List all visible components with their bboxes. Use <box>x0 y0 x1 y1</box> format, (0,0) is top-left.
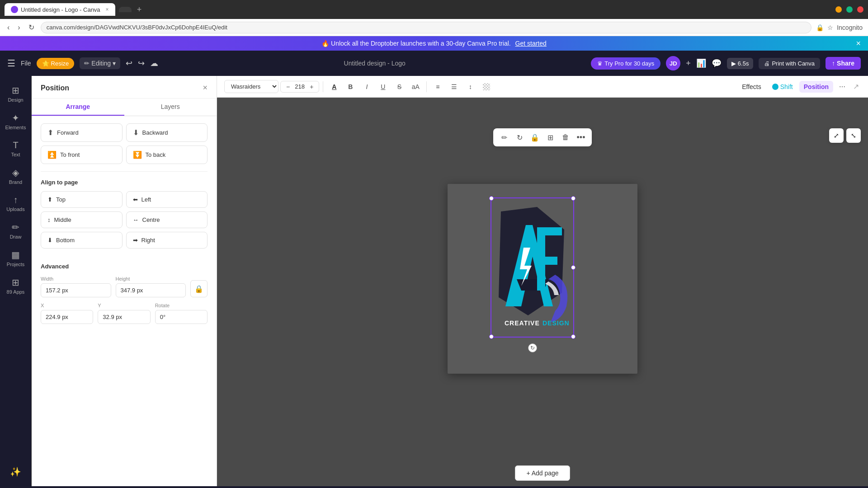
font-size-increase-btn[interactable]: + <box>308 83 315 90</box>
design-canvas[interactable]: CREATIVE DESIGN ↻ <box>448 184 637 374</box>
chat-icon[interactable]: 💬 <box>712 58 722 68</box>
align-btn[interactable]: ≡ <box>430 80 445 94</box>
editing-btn[interactable]: ✏ Editing ▾ <box>80 57 120 69</box>
color-picker-btn[interactable] <box>479 80 494 94</box>
align-right-btn[interactable]: ➡ Right <box>126 232 208 249</box>
sidebar-item-projects[interactable]: ▦ Projects <box>2 246 30 271</box>
url-text: canva.com/design/DAGVwdNCKVU/3sBF0dvJxCp… <box>47 24 227 31</box>
redo-btn[interactable]: ↪ <box>138 58 145 68</box>
sidebar-item-apps[interactable]: ⊞ 89 Apps <box>2 273 30 298</box>
chart-icon[interactable]: 📊 <box>696 58 706 68</box>
file-btn[interactable]: File <box>21 60 31 67</box>
canvas-wrapper[interactable]: ✏ ↻ 🔒 ⊞ 🗑 ••• <box>217 98 868 460</box>
try-pro-btn[interactable]: ♛ Try Pro for 30 days <box>591 57 660 70</box>
list-btn[interactable]: ☰ <box>447 80 461 94</box>
align-bottom-btn[interactable]: ⬇ Bottom <box>41 232 123 249</box>
design-title[interactable]: Untitled design - Logo <box>164 60 585 67</box>
advanced-section: Advanced Width Height 🔒 X <box>32 263 217 338</box>
print-btn[interactable]: 🖨 Print with Canva <box>759 58 820 69</box>
svg-rect-6 <box>537 257 557 265</box>
text-color-btn[interactable]: A <box>327 80 341 94</box>
active-tab[interactable]: Untitled design - Logo - Canva × <box>5 3 115 16</box>
font-size-value[interactable]: 218 <box>293 83 306 90</box>
minimize-btn[interactable] <box>835 6 842 13</box>
position-panel-btn[interactable]: Position <box>799 81 833 93</box>
forward-btn[interactable]: ⬆ Forward <box>41 123 123 142</box>
italic-btn[interactable]: I <box>359 80 374 94</box>
back-btn[interactable]: ‹ <box>5 22 11 33</box>
copy-tool-btn[interactable]: ⊞ <box>543 130 557 145</box>
new-tab-btn[interactable]: + <box>137 5 142 14</box>
pencil-tool-btn[interactable]: ✏ <box>497 130 511 145</box>
sidebar-item-elements[interactable]: ✦ Elements <box>2 109 30 134</box>
strikethrough-btn[interactable]: S <box>392 80 406 94</box>
lock-tool-btn[interactable]: 🔒 <box>528 130 542 145</box>
forward-btn[interactable]: › <box>16 22 22 33</box>
more-icon: ⋯ <box>839 83 845 90</box>
font-selector[interactable]: Wasraiders <box>224 80 278 93</box>
width-field-group: Width <box>41 276 111 297</box>
delete-tool-btn[interactable]: 🗑 <box>558 130 573 145</box>
x-input[interactable] <box>41 310 93 324</box>
promo-cta[interactable]: Get started <box>515 40 547 47</box>
more-tool-btn[interactable]: ••• <box>574 130 588 145</box>
sidebar-item-uploads-label: Uploads <box>6 206 24 212</box>
align-middle-btn[interactable]: ↕ Middle <box>41 211 123 228</box>
hamburger-btn[interactable]: ☰ <box>7 58 15 69</box>
align-centre-btn[interactable]: ↔ Centre <box>126 211 208 228</box>
rotate-tool-btn[interactable]: ↻ <box>512 130 527 145</box>
star-icon[interactable]: ☆ <box>827 24 833 31</box>
y-input[interactable] <box>98 310 150 324</box>
share-btn[interactable]: ↑ Share <box>826 57 861 70</box>
avatar-btn[interactable]: JD <box>666 56 680 70</box>
font-size-decrease-btn[interactable]: − <box>284 83 292 90</box>
rotate-handle[interactable]: ↻ <box>528 343 537 352</box>
align-bottom-label: Bottom <box>56 237 75 244</box>
expand-up-btn[interactable]: ↗ <box>851 80 861 93</box>
inactive-tab[interactable] <box>119 7 132 12</box>
sidebar-item-design[interactable]: ⊞ Design <box>2 81 30 106</box>
save-btn[interactable]: ☁ <box>150 58 158 68</box>
case-btn[interactable]: aA <box>408 80 423 94</box>
add-member-btn[interactable]: + <box>686 59 691 68</box>
shift-btn[interactable]: Shift <box>768 81 797 93</box>
toolbar-divider-1 <box>323 81 323 92</box>
undo-btn[interactable]: ↩ <box>126 58 132 68</box>
more-options-btn[interactable]: ⋯ <box>835 80 849 94</box>
canvas-expand-btn[interactable]: ⤢ <box>829 128 844 143</box>
align-top-btn[interactable]: ⬆ Top <box>41 191 123 208</box>
sidebar-item-uploads[interactable]: ↑ Uploads <box>2 191 30 216</box>
align-left-icon: ⬅ <box>133 196 138 203</box>
close-btn[interactable] <box>857 6 863 13</box>
panel-close-btn[interactable]: × <box>203 83 208 93</box>
align-left-label: Left <box>142 196 151 203</box>
tab-arrange[interactable]: Arrange <box>32 99 124 116</box>
bold-btn[interactable]: B <box>343 80 358 94</box>
play-btn[interactable]: ▶ 6.5s <box>727 58 754 69</box>
sidebar-item-draw[interactable]: ✏ Draw <box>2 218 30 243</box>
rotate-input[interactable] <box>155 310 208 324</box>
backward-btn[interactable]: ⬇ Backward <box>126 123 208 142</box>
sidebar-item-brand[interactable]: ◈ Brand <box>2 164 30 188</box>
maximize-btn[interactable] <box>846 6 853 13</box>
height-input[interactable] <box>116 283 186 297</box>
ratio-lock-btn[interactable]: 🔒 <box>190 280 208 297</box>
canvas-fit-btn[interactable]: ⤡ <box>846 128 861 143</box>
sidebar-item-text[interactable]: T Text <box>2 136 30 161</box>
resize-btn[interactable]: ⭐ Resize <box>37 58 75 69</box>
sidebar-item-magic[interactable]: ✨ <box>2 463 30 481</box>
url-input[interactable]: canva.com/design/DAGVwdNCKVU/3sBF0dvJxCp… <box>41 22 812 33</box>
effects-btn[interactable]: Effects <box>737 81 766 93</box>
align-left-btn[interactable]: ⬅ Left <box>126 191 208 208</box>
spacing-btn[interactable]: ↕ <box>463 80 477 94</box>
underline-btn[interactable]: U <box>376 80 390 94</box>
tab-close-btn[interactable]: × <box>106 6 109 13</box>
to-front-btn[interactable]: ⏫ To front <box>41 145 123 164</box>
add-page-btn[interactable]: + Add page <box>515 465 570 481</box>
width-input[interactable] <box>41 283 111 297</box>
to-back-btn[interactable]: ⏬ To back <box>126 145 208 164</box>
promo-close-btn[interactable]: × <box>856 39 861 48</box>
tab-layers[interactable]: Layers <box>124 99 217 116</box>
elements-icon: ✦ <box>12 113 19 123</box>
reload-btn[interactable]: ↻ <box>27 21 36 33</box>
